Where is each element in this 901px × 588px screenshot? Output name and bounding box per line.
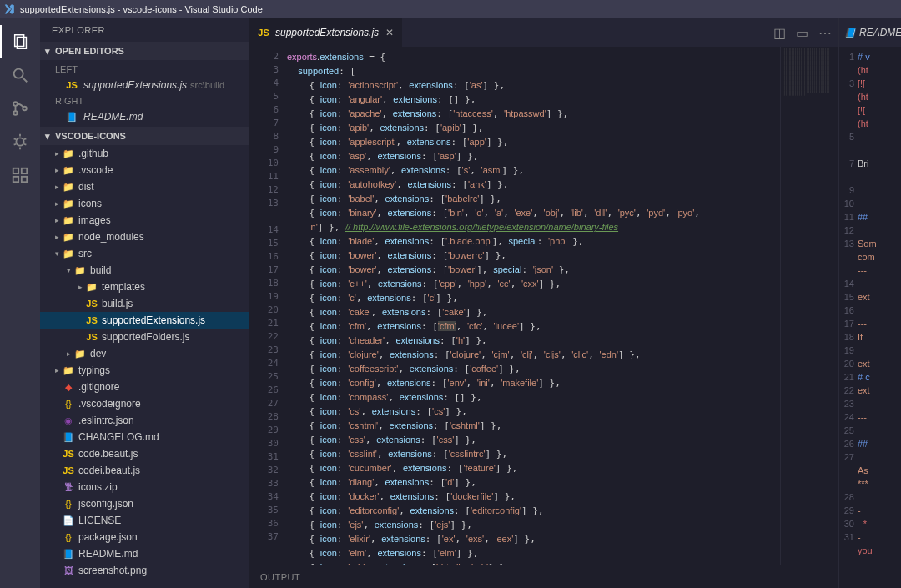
tree-item-typings[interactable]: ▸📁typings	[40, 362, 249, 379]
tree-item-screenshot-png[interactable]: 🖼screenshot.png	[40, 562, 249, 579]
chevron-icon: ▸	[63, 349, 73, 358]
tree-item--vscodeignore[interactable]: {}.vscodeignore	[40, 395, 249, 412]
chevron-icon: ▸	[52, 366, 62, 374]
tab-bar: JS supportedExtensions.js ✕ ◫ ▭ ⋯	[249, 18, 838, 47]
line-gutter: 2345678910111213141516171819202122232425…	[249, 47, 287, 565]
svg-point-6	[23, 107, 27, 111]
tree-item-dist[interactable]: ▸📁dist	[40, 178, 249, 195]
project-header[interactable]: ▾VSCODE-ICONS	[40, 127, 249, 145]
open-editors-group: RIGHT	[40, 93, 249, 108]
close-icon[interactable]: ✕	[385, 27, 394, 38]
open-editors-group: LEFT	[40, 62, 249, 77]
folder-icon: 📁	[62, 249, 75, 259]
tree-item-jsconfig-json[interactable]: {}jsconfig.json	[40, 495, 249, 512]
tree-item-build[interactable]: ▾📁build	[40, 262, 249, 279]
folder-icon: 📁	[62, 232, 75, 243]
svg-line-10	[14, 138, 17, 139]
tree-item-icons-zip[interactable]: 🗜icons.zip	[40, 479, 249, 495]
editor-group-left: JS supportedExtensions.js ✕ ◫ ▭ ⋯ 234567…	[249, 18, 838, 588]
tab-bar-right: 📘 README.	[839, 18, 901, 47]
svg-line-3	[23, 78, 28, 83]
tree-item-images[interactable]: ▸📁images	[40, 212, 249, 229]
tree-item-icons[interactable]: ▸📁icons	[40, 195, 249, 212]
tree-item-changelog-md[interactable]: 📘CHANGELOG.md	[40, 429, 249, 445]
svg-line-11	[24, 138, 27, 139]
activity-extensions[interactable]	[0, 158, 40, 192]
folder-icon: 📁	[73, 265, 87, 276]
svg-point-2	[14, 69, 23, 78]
more-icon[interactable]: ⋯	[818, 25, 832, 41]
folder-icon: 📁	[73, 349, 87, 359]
js-icon: JS	[85, 299, 98, 309]
chevron-icon: ▸	[52, 199, 62, 208]
folder-icon: 📁	[85, 282, 98, 293]
svg-rect-17	[22, 168, 27, 173]
sidebar: EXPLORER ▾OPEN EDITORS LEFTJSsupportedEx…	[40, 18, 249, 588]
minimap[interactable]: ||||||||||||||| ||||||||||||||| ||||||||…	[780, 47, 838, 565]
lic-icon: 📄	[62, 515, 75, 526]
split-editor-icon[interactable]: ◫	[773, 25, 786, 41]
tree-item-dev[interactable]: ▸📁dev	[40, 345, 249, 362]
chevron-icon: ▸	[52, 216, 62, 224]
activity-explorer[interactable]	[0, 25, 40, 58]
editor-content-right[interactable]: # v (ht [![ (ht [![ (ht Bri ## Som com -…	[858, 50, 901, 588]
tree-item-license[interactable]: 📄LICENSE	[40, 512, 249, 529]
tree-item--gitignore[interactable]: ◆.gitignore	[40, 379, 249, 395]
md-icon: 📘	[65, 112, 78, 123]
tree-item--github[interactable]: ▸📁.github	[40, 145, 249, 162]
vscode-logo-icon	[3, 3, 15, 15]
open-editors-header[interactable]: ▾OPEN EDITORS	[40, 42, 249, 60]
tab-readme[interactable]: README.	[859, 27, 901, 38]
folder-icon: 📁	[62, 148, 75, 159]
chevron-icon: ▾	[52, 249, 62, 258]
line-gutter-right: 1357910111213141516171819202122232425262…	[839, 50, 858, 588]
activity-debug[interactable]	[0, 125, 40, 158]
svg-point-7	[16, 138, 23, 145]
img-icon: 🖼	[62, 565, 75, 575]
editor-content[interactable]: exports.extensions = { supported: [ { ic…	[287, 47, 780, 565]
js-icon: JS	[85, 332, 98, 342]
chevron-icon: ▸	[52, 149, 62, 158]
editor-group-right: 📘 README. 135791011121314151617181920212…	[838, 18, 901, 588]
activity-git[interactable]	[0, 92, 40, 125]
tree-item-node_modules[interactable]: ▸📁node_modules	[40, 229, 249, 245]
open-editor-item[interactable]: 📘README.md	[40, 108, 249, 125]
tree-item-templates[interactable]: ▸📁templates	[40, 279, 249, 295]
chevron-icon: ▸	[75, 283, 85, 291]
layout-icon[interactable]: ▭	[796, 25, 808, 41]
tree-item-codei-beaut-js[interactable]: JScodei.beaut.js	[40, 462, 249, 479]
title-bar: supportedExtensions.js - vscode-icons - …	[0, 0, 901, 18]
open-editor-item[interactable]: JSsupportedExtensions.jssrc\build	[40, 77, 249, 93]
svg-rect-14	[13, 168, 18, 173]
json-icon: {}	[62, 532, 75, 542]
activity-bar	[0, 18, 40, 588]
folder-icon: 📁	[62, 199, 75, 209]
chevron-icon: ▸	[52, 183, 62, 191]
tree-item-code-beaut-js[interactable]: JScode.beaut.js	[40, 445, 249, 462]
svg-point-4	[13, 102, 18, 106]
chevron-icon: ▸	[52, 166, 62, 174]
js-icon: JS	[85, 315, 98, 325]
sidebar-title: EXPLORER	[40, 18, 249, 42]
js-icon: JS	[65, 80, 78, 90]
folder-blue-icon: 📁	[62, 165, 75, 176]
tree-item-src[interactable]: ▾📁src	[40, 245, 249, 262]
chevron-icon: ▸	[52, 233, 62, 241]
svg-point-5	[13, 111, 18, 115]
json-icon: {}	[62, 499, 75, 509]
window-title: supportedExtensions.js - vscode-icons - …	[20, 4, 263, 14]
tree-item-supportedextensions-js[interactable]: JSsupportedExtensions.js	[40, 312, 249, 329]
svg-line-13	[24, 144, 27, 145]
tree-item--eslintrc-json[interactable]: ◉.eslintrc.json	[40, 412, 249, 429]
git-icon: ◆	[62, 382, 75, 393]
tree-item-readme-md[interactable]: 📘README.md	[40, 545, 249, 562]
tab-supported-extensions[interactable]: JS supportedExtensions.js ✕	[249, 18, 402, 47]
tree-item--vscode[interactable]: ▸📁.vscode	[40, 162, 249, 178]
js-icon: JS	[257, 28, 270, 38]
tree-item-package-json[interactable]: {}package.json	[40, 529, 249, 545]
tree-item-supportedfolders-js[interactable]: JSsupportedFolders.js	[40, 329, 249, 345]
panel-output[interactable]: OUTPUT	[249, 565, 838, 588]
activity-search[interactable]	[0, 58, 40, 92]
md-icon: 📘	[62, 549, 75, 560]
tree-item-build-js[interactable]: JSbuild.js	[40, 295, 249, 312]
